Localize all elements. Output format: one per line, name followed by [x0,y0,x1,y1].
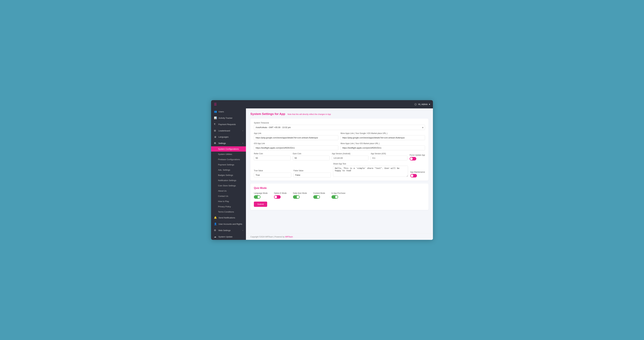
sidebar-sub-payment-settings[interactable]: Payment Settings [211,162,246,167]
sidebar-item-users[interactable]: 👥 Users [211,108,246,115]
true-value-field: True Value [254,169,291,178]
quiz-mode-contest: Contest Mode [313,192,325,199]
sidebar-label-activity: Activity Tracker [218,117,232,119]
sidebar-sub-privacy-policy[interactable]: Privacy Policy [211,204,246,209]
sidebar-label-user-accounts: User Accounts and Rights [218,223,242,225]
admin-chevron-icon: ▾ [429,103,430,106]
true-value-input[interactable] [254,173,291,178]
language-mode-toggle[interactable] [254,195,260,199]
settings-chevron-icon: › [242,142,243,144]
timezone-select-wrap: Asia/Kolkata - GMT +05:30 - 13:32 pm ▾ [254,125,425,130]
sidebar-label-leaderboard: Leaderboard [218,129,230,132]
main-window: ☰ ⊙ Hi, Admin ▾ 👥 Users 📊 Activity Track… [211,100,433,240]
sidebar-item-web-settings[interactable]: ⚙ Web Settings › [211,227,246,234]
system-settings-section: System Timezone Asia/Kolkata - GMT +05:3… [250,119,428,181]
more-apps-ios-link-label: More Apps Link ( Your iOS Market place U… [340,142,425,145]
ios-app-link-input[interactable] [254,145,338,150]
app-link-input[interactable] [254,135,338,140]
admin-menu[interactable]: ⊙ Hi, Admin ▾ [414,102,430,106]
timezone-select[interactable]: Asia/Kolkata - GMT +05:30 - 13:32 pm [254,125,425,130]
sidebar-label-send-notifications: Send Notifications [218,217,235,219]
false-value-field: False Value [294,169,331,178]
languages-icon: 🖥 [214,135,217,138]
sidebar-sub-terms-conditions[interactable]: Terms Conditions [211,209,246,215]
more-apps-link-label: More Apps Link ( Your Google / iOS Marke… [340,132,425,134]
sidebar-label-languages: Languages [218,136,228,138]
share-app-text-input[interactable]: Hello, This is a 'simple' share "text". … [333,166,408,177]
avatar-icon: ⊙ [414,102,417,106]
page-subtitle: Note that this will directly reflect the… [288,113,331,115]
footer-text: Copyright ©2024 WRTeam | Powered by [250,236,285,238]
sidebar-sub-about-us[interactable]: About Us [211,188,246,194]
sidebar-sub-how-to-play[interactable]: How to Play [211,199,246,204]
sidebar-sub-system-configurations[interactable]: System Configurations [211,146,246,151]
sidebar-item-payment-requests[interactable]: ₹ Payment Requests [211,121,246,127]
force-update-field: Force Update App [410,154,425,160]
submit-button[interactable]: Submit [254,202,267,207]
settings-submenu: System Configurations System Utilities F… [211,146,246,215]
quiz-mode-title: Quiz Mode [254,187,425,190]
app-maintenance-field: App Maintenance [410,171,425,178]
option-e-mode-label: Option E Mode [274,192,287,194]
sidebar-label-web-settings: Web Settings [218,229,230,232]
share-app-text-field: Share App Text Hello, This is a 'simple'… [333,163,408,178]
app-version-ios-input[interactable] [371,155,408,160]
app-version-android-input[interactable] [332,155,368,160]
option-e-mode-slider [274,195,281,199]
force-update-slider [410,157,416,160]
sidebar-sub-firebase-configurations[interactable]: Firebase Configurations [211,157,246,162]
users-icon: 👥 [214,110,217,113]
hamburger-icon[interactable]: ☰ [214,102,217,106]
false-value-input[interactable] [294,173,331,178]
sidebar: 👥 Users 📊 Activity Tracker ₹ Payment Req… [211,108,246,240]
sidebar-item-languages[interactable]: 🖥 Languages [211,134,246,140]
force-update-toggle[interactable] [410,157,416,160]
more-apps-ios-link-input[interactable] [340,145,425,150]
contest-mode-label: Contest Mode [313,192,325,194]
sidebar-item-system-update[interactable]: ☁ System Update [211,234,246,240]
false-value-label: False Value [294,169,331,172]
quiz-modes-row: Language Mode Option E Mode [254,192,425,199]
option-e-mode-toggle[interactable] [274,195,281,199]
app-version-ios-field: App Version (iOS) [371,152,408,160]
sidebar-item-activity-tracker[interactable]: 📊 Activity Tracker [211,115,246,121]
sidebar-label-payment: Payment Requests [218,123,236,125]
system-update-icon: ☁ [214,235,217,238]
main-layout: 👥 Users 📊 Activity Tracker ₹ Payment Req… [211,108,433,240]
more-apps-link-input[interactable] [340,135,425,140]
app-link-row: App Link More Apps Link ( Your Google / … [254,132,425,140]
force-update-label: Force Update App [410,154,425,156]
app-link-label: App Link [254,132,338,134]
sidebar-sub-notification-settings[interactable]: Notification Settings [211,178,246,183]
daily-quiz-mode-toggle[interactable] [293,195,300,199]
settings-icon: ⚙ [214,142,217,145]
sidebar-sub-system-utilities[interactable]: System Utilities [211,151,246,157]
sidebar-sub-coin-store-settings[interactable]: Coin Store Settings [211,183,246,188]
topbar: ☰ ⊙ Hi, Admin ▾ [211,100,433,108]
sidebar-item-settings[interactable]: ⚙ Settings › [211,140,246,146]
page-title: System Settings for App [250,112,285,116]
app-version-android-field: App Version (Android) [332,152,368,160]
footer-link[interactable]: WRTeam [285,236,293,238]
in-app-purchase-label: In App Purchase [332,192,346,194]
share-app-text-label: Share App Text [333,163,408,165]
earn-coin-label: Earn Coin [293,152,330,155]
refer-coin-input[interactable] [254,155,290,160]
quiz-mode-language: Language Mode [254,192,268,199]
in-app-purchase-toggle[interactable] [332,195,338,199]
true-false-row: True Value False Value Share App Text He… [254,163,425,178]
sidebar-sub-badges-settings[interactable]: Badges Settings [211,173,246,178]
app-maintenance-toggle[interactable] [410,174,417,178]
sidebar-sub-contact-us[interactable]: Contact Us [211,194,246,199]
leaderboard-icon: ⊞ [214,129,217,132]
web-settings-icon: ⚙ [214,229,217,232]
sidebar-item-send-notifications[interactable]: 🔔 Send Notifications [211,215,246,221]
sidebar-item-user-accounts[interactable]: 👤 User Accounts and Rights [211,221,246,227]
sidebar-item-leaderboard[interactable]: ⊞ Leaderboard › [211,127,246,134]
contest-mode-toggle[interactable] [313,195,320,199]
sidebar-sub-ads-settings[interactable]: Ads. Settings [211,167,246,173]
ios-app-link-field: iOS App Link [254,142,338,150]
sidebar-label-system-update: System Update [218,236,232,238]
user-accounts-icon: 👤 [214,223,217,225]
earn-coin-input[interactable] [293,155,330,160]
